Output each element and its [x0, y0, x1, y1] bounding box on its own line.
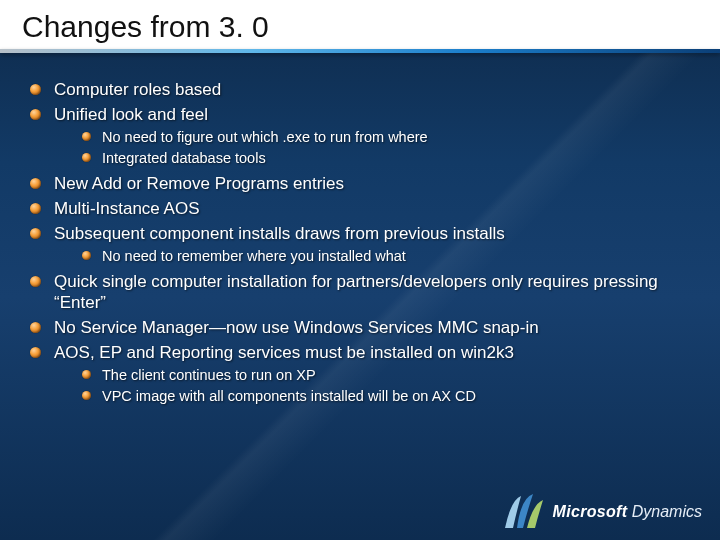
sub-list: No need to remember where you installed …	[54, 247, 690, 265]
footer: Microsoft Dynamics	[503, 494, 702, 530]
slide: Changes from 3. 0 Computer roles based U…	[0, 0, 720, 540]
content-body: Computer roles based Unified look and fe…	[0, 51, 720, 405]
bullet-item: New Add or Remove Programs entries	[30, 173, 690, 194]
bullet-item: AOS, EP and Reporting services must be i…	[30, 342, 690, 405]
bullet-item: Subsequent component installs draws from…	[30, 223, 690, 264]
brand-microsoft: Microsoft	[553, 503, 628, 520]
sub-item: VPC image with all components installed …	[82, 387, 690, 405]
title-underline	[0, 49, 720, 53]
bullet-item: No Service Manager—now use Windows Servi…	[30, 317, 690, 338]
sub-list: The client continues to run on XP VPC im…	[54, 366, 690, 405]
sub-item: No need to figure out which .exe to run …	[82, 128, 690, 146]
sub-item: No need to remember where you installed …	[82, 247, 690, 265]
bullet-item: Computer roles based	[30, 79, 690, 100]
header: Changes from 3. 0	[0, 0, 720, 51]
bullet-text: Unified look and feel	[54, 105, 208, 124]
bullet-text: Subsequent component installs draws from…	[54, 224, 505, 243]
page-title: Changes from 3. 0	[22, 10, 708, 43]
dynamics-logo-icon	[503, 494, 543, 530]
bullet-item: Multi-Instance AOS	[30, 198, 690, 219]
brand-dynamics: Dynamics	[632, 503, 702, 520]
bullet-list: Computer roles based Unified look and fe…	[30, 79, 690, 405]
sub-list: No need to figure out which .exe to run …	[54, 128, 690, 167]
bullet-item: Quick single computer installation for p…	[30, 271, 690, 314]
sub-item: The client continues to run on XP	[82, 366, 690, 384]
sub-item: Integrated database tools	[82, 149, 690, 167]
brand-text: Microsoft Dynamics	[553, 503, 702, 521]
bullet-text: AOS, EP and Reporting services must be i…	[54, 343, 514, 362]
bullet-item: Unified look and feel No need to figure …	[30, 104, 690, 167]
